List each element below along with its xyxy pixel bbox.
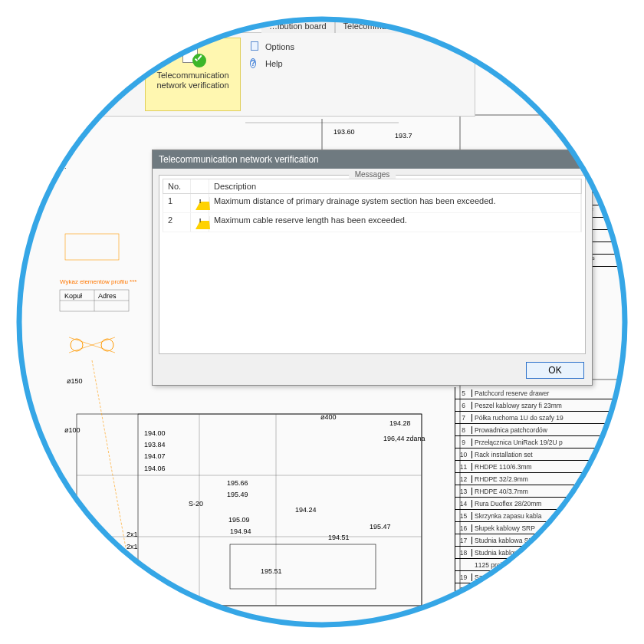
parts-row-no: 11 xyxy=(455,463,472,471)
col-header-description[interactable]: Description xyxy=(209,179,581,193)
parts-row-desc: Uchwyt xyxy=(472,598,627,606)
parts-row-no: 7 xyxy=(455,414,472,422)
parts-row-no: 8 xyxy=(455,426,472,434)
cad-dim-o: S-20 xyxy=(189,500,203,508)
parts-row: 12RHDPE 32/2.9mm xyxy=(455,473,627,485)
help-button[interactable]: ? Help xyxy=(246,56,298,71)
cad-profile-caption: Wykaz elementów profilu *** xyxy=(60,278,136,285)
parts-row-desc: Rack installation set xyxy=(472,451,627,458)
parts-row: 21Uchwyt xyxy=(455,596,627,608)
parts-row-no: 12 xyxy=(455,475,472,483)
svg-rect-9 xyxy=(230,544,376,589)
options-button[interactable]: Options xyxy=(246,39,298,54)
cad-dim-2: 193.7 xyxy=(395,132,412,140)
parts-row-no: 22 xyxy=(455,610,472,618)
cell-desc: Maximum cable reserve length has been ex… xyxy=(209,213,581,232)
parts-row-no: 14 xyxy=(455,500,472,508)
parts-table: 5Patchcord reserve drawer6Peszel kablowy… xyxy=(455,387,627,620)
parts-row: 5Patchcord reserve drawer xyxy=(455,387,627,399)
parts-row-desc: Rura Duoflex 28/20mm xyxy=(472,500,627,508)
cad-tbl-adres: Adres xyxy=(98,292,117,300)
parts-row-no: 19 xyxy=(455,573,472,581)
parts-row-desc: Prowadnica patchcordów xyxy=(472,426,627,434)
cad-dim-p: ø400 xyxy=(320,413,337,421)
parts-row-desc: Uchwyt xyxy=(472,586,627,593)
verify-network-button[interactable]: Telecommunication network verification xyxy=(145,38,241,111)
parts-row-no: 10 xyxy=(455,451,472,458)
cell-no: 2 xyxy=(163,213,191,232)
parts-row-desc: 1125 proje xyxy=(472,561,627,569)
cad-dim-k: 194.94 xyxy=(230,527,251,535)
parts-row-no: 17 xyxy=(455,537,472,544)
svg-point-16 xyxy=(101,339,113,351)
ok-button[interactable]: OK xyxy=(526,362,584,379)
verification-dialog: Telecommunication network verification M… xyxy=(152,150,593,386)
cad-dim-e: 194.07 xyxy=(144,452,166,460)
verify-network-label: Telecommunication network verification xyxy=(149,71,237,90)
cad-dim-r: ø100 xyxy=(64,426,80,434)
cad-dim-1: 193.60 xyxy=(334,128,355,136)
cad-dim-t: 194.51 xyxy=(328,534,350,541)
parts-row: 8Prowadnica patchcordów xyxy=(455,424,627,436)
col-header-no[interactable]: No. xyxy=(163,179,191,193)
parts-row-no: 20 xyxy=(455,586,472,593)
cad-dim-m: 195.51 xyxy=(261,567,282,575)
parts-row-no: 18 xyxy=(455,549,472,557)
warning-icon xyxy=(191,194,209,212)
parts-row: 6Peszel kablowy szary fi 23mm xyxy=(455,399,627,412)
warning-icon xyxy=(191,213,209,232)
options-icon xyxy=(250,41,261,52)
cad-dim-y: NNA xyxy=(184,602,199,610)
cad-dim-g: 195.66 xyxy=(227,479,248,487)
cad-dim-f: 194.06 xyxy=(144,465,166,472)
parts-row-desc: RHDPE 40/3.7mm xyxy=(472,488,627,495)
cad-dim-s: 196,44 zdana xyxy=(383,435,426,442)
cad-dim-j: 195.09 xyxy=(228,516,250,524)
cad-dim-h: 195.49 xyxy=(227,491,248,498)
list-of-wells-dropdown[interactable]: ist of wells xyxy=(65,64,120,80)
parts-row: 1125 proje xyxy=(455,559,627,571)
svg-rect-12 xyxy=(65,234,119,260)
parts-row: 22Uchwyt xyxy=(455,608,627,620)
cad-dim-x: 2x1 xyxy=(127,543,138,550)
cad-dim-d: 193.84 xyxy=(144,441,166,449)
cell-no: 1 xyxy=(163,194,191,212)
tab-telecommunication[interactable]: Telecommunicati… xyxy=(335,19,423,33)
parts-row: 10Rack installation set xyxy=(455,449,627,461)
parts-row-desc: Półka ruchoma 1U do szafy 19 xyxy=(472,414,627,422)
grid-row[interactable]: 1 Maximum distance of primary drainage s… xyxy=(163,194,582,213)
parts-row-no: 21 xyxy=(455,598,472,606)
col-header-icon[interactable] xyxy=(191,179,209,193)
document-check-icon xyxy=(180,41,206,67)
cad-dim-i: 194.24 xyxy=(295,506,317,514)
parts-row-no: 13 xyxy=(455,488,472,495)
cad-dim-n: 194.28 xyxy=(389,419,411,427)
dialog-title: Telecommunication network verification xyxy=(159,154,319,165)
dialog-titlebar[interactable]: Telecommunication network verification xyxy=(153,150,592,169)
grid-row[interactable]: 2 Maximum cable reserve length has been … xyxy=(163,213,582,232)
parts-row-desc: Szafa kablowa xyxy=(472,573,627,581)
parts-row-no: 9 xyxy=(455,439,472,446)
tab-distribution-board[interactable]: …ibution board xyxy=(261,19,335,33)
svg-line-17 xyxy=(92,360,127,552)
parts-row-desc: Patchcord reserve drawer xyxy=(472,389,627,397)
grid-body: 1 Maximum distance of primary drainage s… xyxy=(163,194,582,232)
parts-row: 9Przełącznica UniRack 19/2U p xyxy=(455,436,627,449)
cad-dim-q: ø150 xyxy=(67,377,83,385)
parts-row: 17Studnia kablowa SK wzmocniona D400 xyxy=(455,534,627,547)
parts-row-desc: RHDPE 32/2.9mm xyxy=(472,475,627,483)
parts-row: 16Słupek kablowy SRP xyxy=(455,522,627,534)
parts-row: 11RHDPE 110/6.3mm xyxy=(455,461,627,473)
parts-row-desc: RHDPE 110/6.3mm xyxy=(472,463,627,471)
parts-row-no: 5 xyxy=(455,389,472,397)
messages-grid[interactable]: No. Description 1 Maximum distance of pr… xyxy=(163,179,582,350)
parts-row: 20Uchwyt xyxy=(455,583,627,596)
cad-label-isf: isf. xyxy=(58,163,67,170)
cad-tbl-kopul: Kopuł xyxy=(64,292,82,300)
parts-row: 15Skrzynka zapasu kabla xyxy=(455,510,627,522)
parts-row-desc: Studnia kablowa SK wzmocniona D400 xyxy=(472,537,627,544)
cad-dim-l: 195.47 xyxy=(370,523,391,531)
parts-row-desc: Uchwyt xyxy=(472,610,627,618)
help-icon: ? xyxy=(250,58,261,69)
parts-row: 18Studnia kablowa SK xyxy=(455,547,627,559)
